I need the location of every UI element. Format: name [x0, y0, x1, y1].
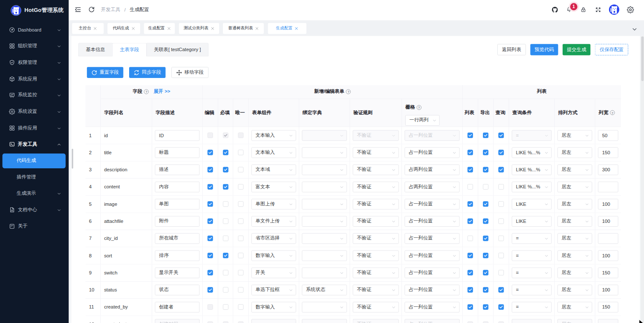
- edit-checkbox[interactable]: [208, 201, 213, 207]
- component-select[interactable]: 文本域: [251, 164, 296, 175]
- align-select[interactable]: 居左: [557, 319, 592, 323]
- sidebar-item-系统设置[interactable]: 系统设置: [0, 104, 69, 120]
- component-select[interactable]: 文本输入: [251, 147, 296, 158]
- close-icon[interactable]: [255, 26, 259, 30]
- grid-select[interactable]: 占一列位置: [404, 130, 459, 141]
- component-select[interactable]: 单图上传: [251, 199, 296, 209]
- dict-select[interactable]: [302, 250, 347, 261]
- sidebar-item-权限管理[interactable]: 权限管理: [0, 55, 69, 71]
- expand-link[interactable]: 展开 >>: [154, 89, 170, 95]
- align-select[interactable]: 居左: [557, 233, 592, 244]
- lock-icon[interactable]: [580, 7, 587, 13]
- list-checkbox[interactable]: [468, 167, 473, 173]
- page-tab-代码生成[interactable]: 代码生成: [107, 23, 140, 34]
- query-cond-select[interactable]: =: [512, 250, 552, 261]
- query-cond-select[interactable]: =: [512, 285, 552, 295]
- list-checkbox[interactable]: [468, 287, 473, 293]
- width-input[interactable]: [598, 233, 618, 244]
- query-checkbox[interactable]: [498, 253, 504, 258]
- card-tab-主表字段[interactable]: 主表字段: [113, 43, 147, 56]
- align-select[interactable]: 居左: [557, 130, 592, 141]
- page-tab-普通树表列表[interactable]: 普通树表列表: [223, 23, 264, 34]
- dict-select[interactable]: [302, 216, 347, 226]
- grid-select[interactable]: 占一列位置: [404, 199, 459, 209]
- component-select[interactable]: 文本输入: [251, 130, 296, 141]
- logo[interactable]: HotGo管理系统: [0, 0, 69, 20]
- edit-checkbox[interactable]: [208, 167, 213, 173]
- required-checkbox[interactable]: [223, 167, 228, 173]
- edit-checkbox[interactable]: [208, 287, 213, 293]
- sidebar-item-系统应用[interactable]: 系统应用: [0, 71, 69, 87]
- list-checkbox[interactable]: [468, 270, 473, 275]
- rule-select[interactable]: 不验证: [353, 199, 399, 209]
- query-cond-select[interactable]: =: [512, 130, 552, 141]
- card-tab-关联表[ testCategory ][interactable]: 关联表[ testCategory ]: [146, 43, 208, 56]
- field-desc-input[interactable]: 显示开关: [155, 267, 199, 278]
- list-checkbox[interactable]: [468, 236, 473, 241]
- tabbar-dropdown-icon[interactable]: [632, 27, 637, 32]
- close-icon[interactable]: [132, 26, 135, 30]
- unique-checkbox[interactable]: [238, 270, 243, 275]
- rule-select[interactable]: 不验证: [353, 164, 399, 175]
- align-select[interactable]: 居左: [557, 285, 592, 295]
- button-同步字段[interactable]: 同步字段: [129, 67, 165, 78]
- query-cond-select[interactable]: LIKE %...%: [512, 147, 552, 158]
- settings-gear-icon[interactable]: [627, 6, 634, 13]
- component-select[interactable]: 数字输入: [251, 302, 296, 312]
- dict-select[interactable]: [302, 182, 347, 192]
- query-checkbox[interactable]: [498, 270, 504, 275]
- menu-fold-icon[interactable]: [75, 6, 81, 13]
- sidebar-item-生成演示[interactable]: 生成演示: [0, 185, 69, 202]
- sidebar-item-关于[interactable]: 关于: [0, 218, 69, 234]
- grid-select[interactable]: 占两列位置: [404, 164, 459, 175]
- dict-select[interactable]: [302, 147, 347, 158]
- button-移动字段[interactable]: 移动字段: [171, 67, 208, 78]
- edit-checkbox[interactable]: [208, 184, 213, 190]
- button-重置字段[interactable]: 重置字段: [87, 67, 123, 78]
- dict-select[interactable]: 系统状态: [302, 285, 347, 295]
- edit-checkbox[interactable]: [208, 236, 213, 241]
- rule-select[interactable]: 不验证: [353, 182, 399, 192]
- page-scrollbar-track[interactable]: [641, 36, 644, 323]
- list-checkbox[interactable]: [468, 253, 473, 258]
- grid-select[interactable]: 占一列位置: [404, 233, 459, 244]
- export-checkbox[interactable]: [483, 167, 488, 173]
- export-checkbox[interactable]: [483, 201, 488, 207]
- export-checkbox[interactable]: [483, 253, 488, 258]
- query-cond-select[interactable]: LIKE %...%: [512, 182, 552, 192]
- component-select[interactable]: 开关: [251, 267, 296, 278]
- unique-checkbox[interactable]: [238, 219, 243, 224]
- required-checkbox[interactable]: [223, 184, 228, 190]
- width-input[interactable]: 150: [598, 147, 618, 158]
- export-checkbox[interactable]: [483, 184, 488, 190]
- required-checkbox[interactable]: [223, 304, 228, 310]
- field-desc-input[interactable]: ID: [155, 130, 199, 141]
- field-desc-input[interactable]: 单图: [155, 199, 199, 209]
- grid-select[interactable]: 占一列位置: [404, 302, 459, 312]
- dict-select[interactable]: [302, 164, 347, 175]
- list-checkbox[interactable]: [468, 219, 473, 224]
- fullscreen-icon[interactable]: [595, 7, 601, 13]
- required-checkbox[interactable]: [223, 150, 228, 155]
- close-icon[interactable]: [295, 26, 298, 30]
- field-desc-input[interactable]: 所在城市: [155, 233, 199, 244]
- unique-checkbox[interactable]: [238, 321, 243, 323]
- list-checkbox[interactable]: [468, 133, 473, 138]
- required-checkbox[interactable]: [223, 133, 228, 138]
- edit-checkbox[interactable]: [208, 253, 213, 258]
- close-icon[interactable]: [211, 26, 214, 30]
- dict-select[interactable]: [302, 319, 347, 323]
- component-select[interactable]: 富文本: [251, 182, 296, 192]
- dict-select[interactable]: [302, 199, 347, 209]
- required-checkbox[interactable]: [223, 253, 228, 258]
- avatar[interactable]: [609, 4, 619, 14]
- sidebar-item-开发工具[interactable]: 开发工具: [0, 136, 69, 153]
- sidebar-item-插件管理[interactable]: 插件管理: [0, 169, 69, 185]
- unique-checkbox[interactable]: [238, 253, 243, 258]
- field-desc-input[interactable]: 标题: [155, 147, 199, 158]
- unique-checkbox[interactable]: [238, 201, 243, 207]
- width-input[interactable]: 300: [598, 164, 618, 175]
- button-提交生成[interactable]: 提交生成: [563, 44, 590, 55]
- export-checkbox[interactable]: [483, 219, 488, 224]
- edit-checkbox[interactable]: [208, 219, 213, 224]
